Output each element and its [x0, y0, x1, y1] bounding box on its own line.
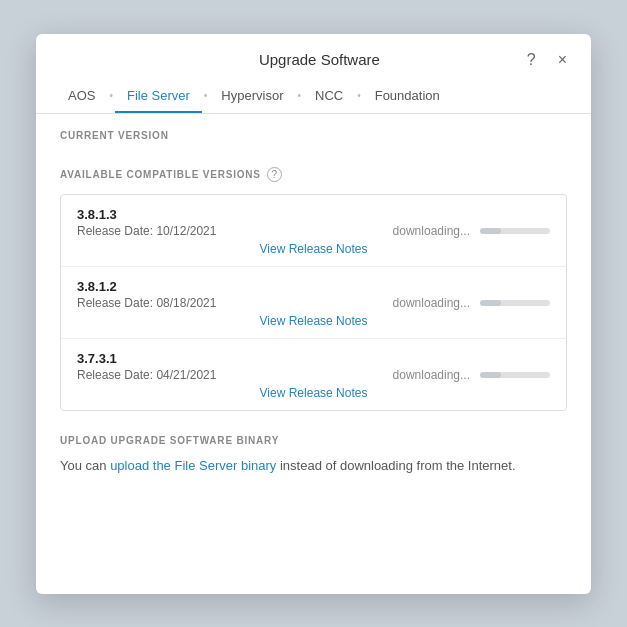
upload-link[interactable]: upload the File Server binary [110, 458, 276, 473]
version-row-2: 3.8.1.2 Release Date: 08/18/2021 downloa… [61, 267, 566, 339]
version-number-3: 3.7.3.1 [77, 351, 117, 366]
tab-file-server[interactable]: File Server [115, 80, 202, 113]
progress-bar-wrap-3 [480, 372, 550, 378]
version-number-2: 3.8.1.2 [77, 279, 117, 294]
version-top-3: 3.7.3.1 [77, 351, 550, 366]
release-date-3: Release Date: 04/21/2021 [77, 368, 216, 382]
current-version-label: CURRENT VERSION [60, 130, 567, 141]
downloading-label-3: downloading... [393, 368, 470, 382]
tab-dot-4: • [355, 91, 363, 101]
view-release-notes-3[interactable]: View Release Notes [77, 386, 550, 400]
upload-text: You can upload the File Server binary in… [60, 456, 567, 476]
download-status-3: downloading... [393, 368, 550, 382]
version-row-3: 3.7.3.1 Release Date: 04/21/2021 downloa… [61, 339, 566, 410]
help-button[interactable]: ? [523, 50, 540, 70]
tab-dot-3: • [295, 91, 303, 101]
dialog-body: CURRENT VERSION AVAILABLE COMPATIBLE VER… [36, 114, 591, 594]
version-number-1: 3.8.1.3 [77, 207, 117, 222]
upgrade-software-dialog: Upgrade Software ? × AOS • File Server •… [36, 34, 591, 594]
version-meta-1: Release Date: 10/12/2021 downloading... [77, 224, 550, 238]
progress-bar-wrap-2 [480, 300, 550, 306]
progress-bar-wrap-1 [480, 228, 550, 234]
version-top-2: 3.8.1.2 [77, 279, 550, 294]
release-date-2: Release Date: 08/18/2021 [77, 296, 216, 310]
tab-foundation[interactable]: Foundation [363, 80, 452, 113]
dialog-header: Upgrade Software ? × [36, 34, 591, 70]
progress-bar-fill-1 [480, 228, 501, 234]
header-icons: ? × [523, 50, 571, 70]
upload-prefix: You can [60, 458, 110, 473]
upload-label: UPLOAD UPGRADE SOFTWARE BINARY [60, 435, 567, 446]
available-header: AVAILABLE COMPATIBLE VERSIONS ? [60, 167, 567, 182]
versions-list: 3.8.1.3 Release Date: 10/12/2021 downloa… [60, 194, 567, 411]
available-label: AVAILABLE COMPATIBLE VERSIONS [60, 169, 261, 180]
downloading-label-2: downloading... [393, 296, 470, 310]
tab-hypervisor[interactable]: Hypervisor [209, 80, 295, 113]
tab-aos[interactable]: AOS [56, 80, 107, 113]
version-row: 3.8.1.3 Release Date: 10/12/2021 downloa… [61, 195, 566, 267]
download-status-2: downloading... [393, 296, 550, 310]
upload-suffix: instead of downloading from the Internet… [276, 458, 515, 473]
tab-bar: AOS • File Server • Hypervisor • NCC • F… [36, 80, 591, 114]
version-top-1: 3.8.1.3 [77, 207, 550, 222]
upload-section: UPLOAD UPGRADE SOFTWARE BINARY You can u… [60, 435, 567, 476]
current-version-section: CURRENT VERSION [60, 130, 567, 151]
download-status-1: downloading... [393, 224, 550, 238]
view-release-notes-1[interactable]: View Release Notes [77, 242, 550, 256]
version-meta-2: Release Date: 08/18/2021 downloading... [77, 296, 550, 310]
tab-dot-2: • [202, 91, 210, 101]
downloading-label-1: downloading... [393, 224, 470, 238]
info-icon[interactable]: ? [267, 167, 282, 182]
progress-bar-fill-2 [480, 300, 501, 306]
version-meta-3: Release Date: 04/21/2021 downloading... [77, 368, 550, 382]
dialog-title: Upgrade Software [116, 51, 523, 68]
view-release-notes-2[interactable]: View Release Notes [77, 314, 550, 328]
close-button[interactable]: × [554, 50, 571, 70]
release-date-1: Release Date: 10/12/2021 [77, 224, 216, 238]
progress-bar-fill-3 [480, 372, 501, 378]
tab-ncc[interactable]: NCC [303, 80, 355, 113]
tab-dot-1: • [107, 91, 115, 101]
